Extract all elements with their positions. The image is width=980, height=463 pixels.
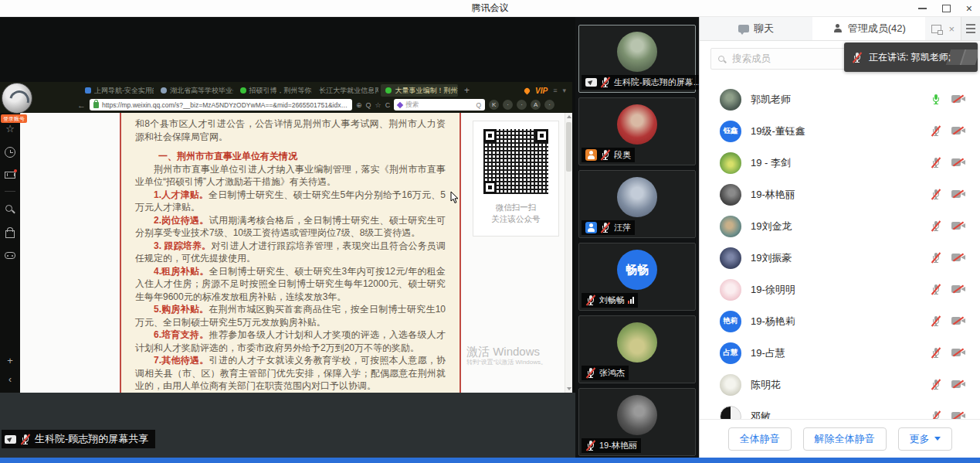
browser-search-box[interactable]: 搜索 Q (394, 99, 485, 111)
zoom-icon[interactable]: Q (366, 101, 371, 109)
popout-icon[interactable] (931, 25, 941, 33)
maximize-button[interactable] (942, 5, 951, 12)
member-name: 郭凯老师 (751, 93, 921, 107)
add-icon[interactable]: + (7, 355, 13, 366)
panel-menu[interactable] (961, 17, 980, 40)
quick-button-menu[interactable]: · (544, 100, 554, 110)
mic-muted-icon[interactable] (931, 379, 941, 390)
member-row[interactable]: 19刘振豪 (700, 242, 980, 274)
search-icon[interactable] (5, 204, 15, 215)
quick-button-down[interactable]: · (503, 100, 513, 110)
member-row[interactable]: 19刘金龙 (700, 210, 980, 242)
browser-chrome-right: VIP ≡ ▾ (524, 85, 566, 96)
browser-menu-icon[interactable]: ≡ (553, 87, 557, 94)
browser-tab[interactable]: 长江大学就业信息网× (314, 84, 378, 97)
close-panel-icon[interactable]: × (948, 24, 955, 34)
video-tile[interactable]: 畅畅 刘畅畅 (578, 243, 696, 311)
member-row[interactable]: 占慧 19-占慧 (700, 337, 980, 369)
tile-label: 19-林艳丽 (582, 438, 641, 453)
mic-muted-icon[interactable] (931, 189, 941, 200)
article-item: 7.其他待遇。引进的人才子女就读义务教育学校，可按照本人意愿，协调相关县（市、区… (135, 354, 446, 393)
video-tile[interactable]: 张鸿杰 (578, 315, 696, 383)
member-row[interactable]: 19-林艳丽 (700, 179, 980, 210)
new-tab-button[interactable]: + (460, 85, 473, 96)
quick-button-k[interactable]: K (489, 100, 499, 110)
article-item: 3. 跟踪培养。对引进人才进行跟踪培养管理，表现突出且符合公务员调任规定的，可优… (135, 240, 446, 265)
vip-badge[interactable]: VIP (535, 87, 548, 95)
member-row[interactable]: 19-徐明明 (700, 274, 980, 305)
more-button[interactable]: 更多 (898, 427, 952, 451)
camera-off-icon[interactable] (951, 316, 966, 326)
camera-off-icon[interactable] (951, 94, 966, 104)
camera-off-icon[interactable] (951, 348, 966, 358)
sidebar-promo-badge[interactable]: 登录账号 (1, 114, 27, 123)
history-icon[interactable] (5, 147, 15, 158)
window-title: 腾讯会议 (472, 2, 509, 15)
video-tile[interactable]: 生科院-顾志翔的屏幕... (578, 25, 696, 93)
camera-off-icon[interactable] (951, 189, 966, 199)
page-scrollbar[interactable] (565, 113, 572, 393)
minimize-button[interactable] (918, 8, 927, 9)
favorites-icon[interactable]: ☆ (5, 124, 15, 134)
member-row[interactable]: 艳莉 19-杨艳莉 (700, 305, 980, 337)
camera-off-icon[interactable] (951, 221, 966, 231)
member-row[interactable]: 邓敏 (700, 400, 980, 420)
favorite-icon[interactable]: ☆ (375, 101, 381, 109)
browser-tab[interactable]: 湖北省高等学校毕业生× (156, 84, 233, 97)
mic-muted-icon[interactable] (931, 252, 941, 264)
collapse-icon[interactable]: ‹ (8, 374, 12, 385)
scroll-down-icon[interactable] (567, 387, 571, 390)
shop-icon[interactable] (5, 227, 15, 238)
mic-muted-icon[interactable] (931, 284, 941, 295)
quick-button-a[interactable]: A (531, 100, 541, 110)
mic-muted-icon[interactable] (931, 315, 941, 327)
camera-off-icon[interactable] (951, 126, 966, 136)
member-row[interactable]: 钰鑫 19级-董钰鑫 (700, 115, 980, 147)
panel-tab-icons: × (925, 17, 961, 40)
video-tile[interactable]: 段奥 (578, 97, 696, 165)
browser-tab-active[interactable]: 大量事业编制！荆州招× (381, 84, 458, 97)
scroll-thumb[interactable] (566, 122, 571, 172)
mic-muted-icon (585, 294, 596, 306)
mic-on-icon[interactable] (931, 94, 941, 105)
member-name: 19-占慧 (751, 346, 921, 360)
browser-tab[interactable]: 招硕引博，荆州等你来× (236, 84, 313, 97)
camera-off-icon[interactable] (951, 284, 966, 294)
mic-muted-icon[interactable] (931, 347, 941, 359)
tab-manage-members[interactable]: 管理成员(42) (812, 17, 925, 40)
member-row[interactable]: 陈明花 (700, 369, 980, 400)
capture-icon[interactable]: ⊕ (356, 101, 362, 109)
browser-logo-icon[interactable] (2, 83, 32, 114)
camera-off-icon[interactable] (951, 253, 966, 263)
mailbox-icon[interactable] (5, 172, 15, 179)
video-tile[interactable]: 19-林艳丽 (578, 388, 696, 456)
mute-all-button[interactable]: 全体静音 (728, 427, 792, 451)
browser-sidebar: ☆ + ‹ (0, 113, 20, 393)
scroll-up-icon[interactable] (567, 115, 571, 118)
member-row[interactable]: 郭凯老师 (700, 83, 980, 115)
camera-off-icon[interactable] (951, 380, 966, 390)
panel-footer: 全体静音 解除全体静音 更多 (700, 419, 980, 458)
games-icon[interactable] (5, 252, 15, 259)
browser-toolbar: ← https://mp.weixin.qq.com/s?__biz=MzA5N… (77, 98, 568, 111)
os-taskbar-strip (0, 458, 980, 463)
back-icon[interactable]: ← (77, 100, 86, 110)
refresh-icon[interactable]: C (385, 101, 391, 109)
member-list[interactable]: 郭凯老师 钰鑫 19级-董钰鑫 19 - 李剑 19-林艳丽 (700, 77, 980, 420)
close-button[interactable]: × (966, 3, 972, 14)
member-row[interactable]: 19 - 李剑 (700, 147, 980, 179)
quick-button-up[interactable]: · (517, 100, 527, 110)
url-bar[interactable]: https://mp.weixin.qq.com/s?__biz=MzA5NDY… (90, 99, 352, 111)
screen-share-view: 上网导航-安全实用的× 湖北省高等学校毕业生× 招硕引博，荆州等你来× 长江大学… (0, 17, 575, 458)
search-icon[interactable]: Q (476, 101, 482, 109)
camera-off-icon[interactable] (951, 158, 966, 168)
unmute-all-button[interactable]: 解除全体静音 (803, 427, 887, 451)
search-hint: 搜索 (405, 100, 419, 110)
tab-chat[interactable]: 聊天 (700, 17, 812, 40)
mic-muted-icon[interactable] (931, 220, 941, 232)
mic-muted-icon[interactable] (931, 125, 941, 137)
browser-tab[interactable]: 上网导航-安全实用的× (80, 84, 154, 97)
mic-muted-icon[interactable] (931, 157, 941, 169)
video-tile[interactable]: 汪萍 (578, 170, 696, 238)
browser-minimize-icon[interactable]: ▾ (562, 87, 566, 94)
